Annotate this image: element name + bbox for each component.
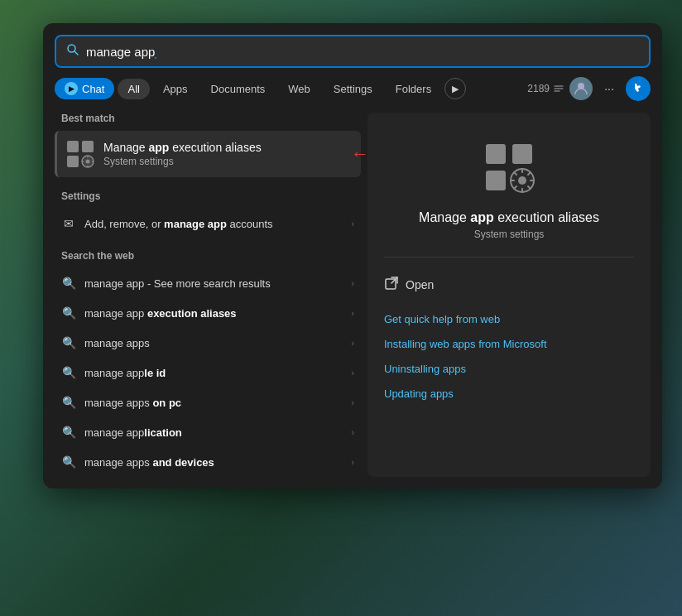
best-match-subtitle: System settings bbox=[103, 156, 262, 167]
tab-all[interactable]: All bbox=[118, 79, 149, 99]
chevron-right-icon: › bbox=[351, 338, 354, 348]
rp-divider bbox=[384, 257, 634, 257]
web-item-2-text: manage apps bbox=[84, 337, 150, 349]
svg-point-16 bbox=[518, 176, 526, 185]
tabs-row: ▶ Chat All Apps Documents Web Settings F… bbox=[43, 68, 662, 101]
tab-all-label: All bbox=[127, 83, 139, 95]
web-search-item-3[interactable]: 🔍 manage apple id › bbox=[55, 358, 361, 387]
search-icon: 🔍 bbox=[61, 306, 76, 320]
web-search-item-0[interactable]: 🔍 manage app - See more search results › bbox=[55, 268, 361, 298]
envelope-icon: ✉ bbox=[61, 216, 76, 231]
web-section: Search the web 🔍 manage app - See more s… bbox=[55, 250, 361, 477]
web-item-6-text: manage apps and devices bbox=[84, 456, 214, 469]
web-search-item-1[interactable]: 🔍 manage app execution aliases › bbox=[55, 298, 361, 328]
search-bar: manage app bbox=[55, 35, 651, 68]
list-item-left: ✉ Add, remove, or manage app accounts bbox=[61, 216, 273, 231]
chevron-right-icon: › bbox=[351, 308, 354, 318]
bing-button[interactable] bbox=[626, 76, 651, 101]
chevron-right-icon: › bbox=[351, 219, 354, 229]
search-icon: 🔍 bbox=[61, 425, 76, 440]
open-button[interactable]: Open bbox=[384, 271, 634, 299]
list-item-manage-accounts[interactable]: ✉ Add, remove, or manage app accounts › bbox=[55, 209, 361, 238]
right-panel: Manage app execution aliases System sett… bbox=[367, 113, 651, 477]
search-icon: 🔍 bbox=[61, 455, 76, 469]
svg-point-7 bbox=[86, 160, 90, 164]
chat-icon: ▶ bbox=[65, 82, 78, 95]
tab-chat[interactable]: ▶ Chat bbox=[55, 78, 114, 99]
more-options-button[interactable]: ··· bbox=[598, 77, 621, 100]
settings-section: Settings ✉ Add, remove, or manage app ac… bbox=[55, 190, 361, 238]
svg-rect-4 bbox=[82, 141, 94, 152]
tab-settings-label: Settings bbox=[334, 83, 372, 95]
user-avatar[interactable] bbox=[569, 77, 593, 100]
search-text: manage app bbox=[86, 45, 155, 59]
red-arrow-indicator: ← bbox=[351, 143, 369, 165]
quick-help-link[interactable]: Get quick help from web bbox=[384, 307, 634, 332]
rp-link-2[interactable]: Updating apps bbox=[384, 382, 634, 407]
tab-web[interactable]: Web bbox=[278, 79, 320, 99]
tabs-right: 2189 ··· bbox=[527, 76, 651, 101]
settings-section-label: Settings bbox=[55, 190, 361, 209]
chevron-right-icon: › bbox=[351, 427, 354, 437]
tab-settings[interactable]: Settings bbox=[324, 79, 382, 99]
left-panel: Best match bbox=[55, 113, 361, 477]
svg-line-1 bbox=[74, 51, 78, 55]
rp-link-0[interactable]: Installing web apps from Microsoft bbox=[384, 332, 634, 357]
tab-documents[interactable]: Documents bbox=[201, 79, 276, 99]
search-icon: 🔍 bbox=[61, 276, 76, 291]
tab-chat-label: Chat bbox=[82, 83, 104, 95]
rp-link-1[interactable]: Uninstalling apps bbox=[384, 357, 634, 382]
chevron-right-icon: › bbox=[351, 457, 354, 467]
search-window: manage app ▶ Chat All Apps Documents Web… bbox=[43, 23, 662, 488]
result-count: 2189 bbox=[527, 83, 564, 94]
rp-links: Get quick help from web Installing web a… bbox=[384, 307, 634, 407]
web-item-1-text: manage app execution aliases bbox=[84, 307, 237, 320]
svg-rect-13 bbox=[512, 144, 532, 164]
chevron-right-icon: › bbox=[351, 397, 354, 407]
search-input-value[interactable]: manage app bbox=[86, 45, 639, 59]
rp-subtitle: System settings bbox=[474, 229, 545, 240]
best-match-item[interactable]: Manage app execution aliases System sett… bbox=[55, 131, 361, 177]
svg-rect-5 bbox=[67, 156, 79, 167]
web-search-item-4[interactable]: 🔍 manage apps on pc › bbox=[55, 387, 361, 417]
best-match-text: Manage app execution aliases System sett… bbox=[103, 141, 262, 167]
search-icon bbox=[66, 43, 79, 60]
web-search-item-2[interactable]: 🔍 manage apps › bbox=[55, 328, 361, 358]
web-section-label: Search the web bbox=[55, 250, 361, 268]
web-item-0-text: manage app - See more search results bbox=[84, 277, 271, 290]
rp-title: Manage app execution aliases bbox=[419, 210, 599, 225]
web-search-item-5[interactable]: 🔍 manage application › bbox=[55, 417, 361, 447]
svg-rect-3 bbox=[67, 141, 79, 152]
main-content: Best match bbox=[43, 101, 662, 488]
tab-documents-label: Documents bbox=[211, 83, 266, 95]
web-item-4-text: manage apps on pc bbox=[84, 397, 181, 409]
svg-rect-14 bbox=[486, 171, 506, 190]
tab-apps-label: Apps bbox=[163, 83, 188, 95]
open-label: Open bbox=[406, 278, 434, 291]
tab-apps[interactable]: Apps bbox=[153, 79, 198, 99]
search-icon: 🔍 bbox=[61, 335, 76, 350]
web-item-3-text: manage apple id bbox=[84, 367, 166, 379]
tab-web-label: Web bbox=[288, 83, 310, 95]
search-icon: 🔍 bbox=[61, 395, 76, 410]
more-tabs-button[interactable]: ▶ bbox=[444, 78, 466, 99]
rp-app-icon bbox=[479, 137, 539, 197]
best-match-title: Manage app execution aliases bbox=[103, 141, 262, 154]
svg-rect-12 bbox=[486, 144, 506, 164]
chevron-right-icon: › bbox=[351, 278, 354, 288]
best-match-icon bbox=[65, 139, 95, 169]
chevron-right-icon: › bbox=[351, 368, 354, 378]
tab-folders-label: Folders bbox=[396, 83, 431, 95]
list-item-text: Add, remove, or manage app accounts bbox=[84, 218, 273, 230]
best-match-label: Best match bbox=[55, 113, 361, 131]
web-search-item-6[interactable]: 🔍 manage apps and devices › bbox=[55, 447, 361, 477]
search-icon: 🔍 bbox=[61, 365, 76, 380]
tab-folders[interactable]: Folders bbox=[386, 79, 441, 99]
web-item-5-text: manage application bbox=[84, 426, 182, 439]
svg-line-26 bbox=[391, 277, 397, 283]
open-icon bbox=[384, 276, 399, 294]
